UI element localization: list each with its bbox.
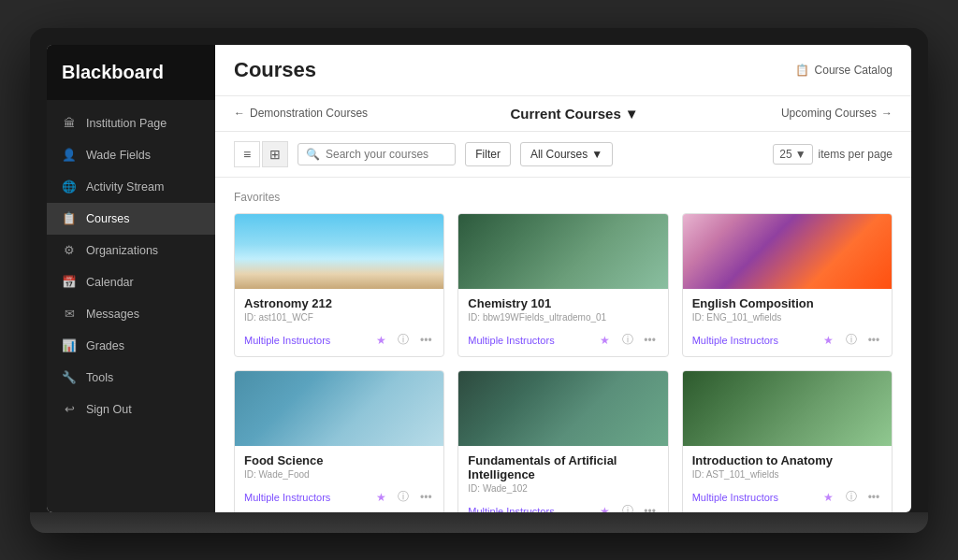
sidebar: Blackboard 🏛 Institution Page 👤 Wade Fie… [47, 45, 215, 512]
more-button[interactable]: ••• [642, 503, 659, 512]
instructors-link[interactable]: Multiple Instructors [244, 492, 330, 503]
messages-icon: ✉ [62, 307, 77, 322]
course-card-food[interactable]: Food Science ID: Wade_Food Multiple Inst… [234, 370, 444, 512]
star-button[interactable]: ★ [372, 332, 389, 349]
items-per-page-select[interactable]: 25 ▼ [773, 144, 812, 165]
instructors-link[interactable]: Multiple Instructors [692, 492, 778, 503]
favorites-section-label: Favorites [234, 191, 893, 204]
sidebar-nav: 🏛 Institution Page 👤 Wade Fields 🌐 Activ… [47, 100, 215, 512]
courses-nav-strip: ← Demonstration Courses Current Courses … [215, 96, 911, 132]
filter-button[interactable]: Filter [465, 142, 511, 166]
sidebar-item-signout[interactable]: ↩ Sign Out [47, 394, 215, 425]
chevron-down-small-icon: ▼ [591, 148, 602, 161]
course-name: English Composition [692, 296, 882, 310]
course-card-ai[interactable]: Fundamentals of Artificial Intelligence … [457, 370, 668, 512]
star-button[interactable]: ★ [597, 503, 614, 512]
items-per-page: 25 ▼ items per page [773, 144, 893, 165]
signout-icon: ↩ [62, 402, 77, 417]
sidebar-item-calendar[interactable]: 📅 Calendar [47, 266, 215, 298]
chevron-left-icon: ← [234, 107, 245, 120]
grades-icon: 📊 [62, 338, 77, 353]
course-card-astronomy[interactable]: Astronomy 212 ID: ast101_WCF Multiple In… [234, 213, 444, 357]
courses-scroll-area: Favorites Astronomy 212 ID: ast101_WCF M… [215, 178, 911, 512]
search-box: 🔍 [298, 143, 456, 165]
course-image-anatomy [683, 371, 892, 446]
list-view-button[interactable]: ≡ [234, 141, 260, 167]
course-id: ID: ast101_WCF [244, 312, 434, 323]
course-card-english[interactable]: English Composition ID: ENG_101_wfields … [682, 213, 893, 357]
more-button[interactable]: ••• [642, 332, 659, 349]
course-name: Introduction to Anatomy [692, 453, 882, 467]
laptop-bottom [30, 512, 928, 533]
catalog-icon: 📋 [795, 64, 809, 77]
courses-icon: 📋 [62, 211, 77, 226]
course-id: ID: AST_101_wfields [692, 469, 882, 480]
sidebar-item-courses[interactable]: 📋 Courses [47, 203, 215, 235]
sidebar-item-grades[interactable]: 📊 Grades [47, 330, 215, 362]
info-button[interactable]: ⓘ [843, 332, 860, 349]
course-name: Food Science [244, 453, 434, 467]
search-input[interactable] [326, 148, 447, 161]
laptop-frame: Blackboard 🏛 Institution Page 👤 Wade Fie… [30, 28, 928, 533]
chevron-down-icon: ▼ [795, 148, 806, 161]
next-courses-button[interactable]: Upcoming Courses → [781, 107, 893, 120]
star-button[interactable]: ★ [597, 332, 614, 349]
course-name: Chemistry 101 [468, 296, 658, 310]
page-title: Courses [234, 58, 316, 82]
more-button[interactable]: ••• [865, 332, 882, 349]
course-image-chemistry [458, 214, 667, 289]
grid-view-button[interactable]: ⊞ [262, 141, 288, 167]
course-image-ai [458, 371, 667, 446]
user-icon: 👤 [62, 148, 77, 163]
all-courses-dropdown[interactable]: All Courses ▼ [520, 142, 613, 166]
course-card-anatomy[interactable]: Introduction to Anatomy ID: AST_101_wfie… [682, 370, 893, 512]
main-content: Courses 📋 Course Catalog ← Demonstration… [215, 45, 911, 512]
course-name: Fundamentals of Artificial Intelligence [468, 453, 658, 481]
course-id: ID: Wade_102 [468, 483, 658, 494]
more-button[interactable]: ••• [865, 489, 882, 506]
calendar-icon: 📅 [62, 275, 77, 290]
org-icon: ⚙ [62, 243, 77, 258]
sidebar-item-institution[interactable]: 🏛 Institution Page [47, 108, 215, 139]
screen: Blackboard 🏛 Institution Page 👤 Wade Fie… [47, 45, 911, 512]
favorites-grid: Astronomy 212 ID: ast101_WCF Multiple In… [234, 213, 893, 512]
info-button[interactable]: ⓘ [619, 332, 636, 349]
search-icon: 🔍 [306, 148, 320, 161]
view-toggles: ≡ ⊞ [234, 141, 288, 167]
sidebar-item-activity[interactable]: 🌐 Activity Stream [47, 171, 215, 203]
course-id: ID: Wade_Food [244, 469, 434, 480]
course-id: ID: bbw19WFields_ultrademo_01 [468, 312, 658, 323]
tools-icon: 🔧 [62, 370, 77, 385]
info-button[interactable]: ⓘ [619, 503, 636, 512]
institution-icon: 🏛 [62, 116, 77, 131]
course-image-food [235, 371, 443, 446]
course-image-english [683, 214, 892, 289]
top-bar: Courses 📋 Course Catalog [215, 45, 911, 96]
sidebar-item-organizations[interactable]: ⚙ Organizations [47, 235, 215, 266]
app-logo: Blackboard [47, 45, 215, 100]
star-button[interactable]: ★ [820, 489, 837, 506]
more-button[interactable]: ••• [417, 489, 434, 506]
sidebar-item-messages[interactable]: ✉ Messages [47, 298, 215, 330]
course-image-astronomy [235, 214, 443, 289]
course-card-chemistry[interactable]: Chemistry 101 ID: bbw19WFields_ultrademo… [457, 213, 668, 357]
course-id: ID: ENG_101_wfields [692, 312, 882, 323]
info-button[interactable]: ⓘ [395, 332, 412, 349]
globe-icon: 🌐 [62, 179, 77, 194]
sidebar-item-tools[interactable]: 🔧 Tools [47, 362, 215, 394]
current-courses-dropdown[interactable]: Current Courses ▼ [510, 106, 638, 122]
more-button[interactable]: ••• [417, 332, 434, 349]
star-button[interactable]: ★ [820, 332, 837, 349]
info-button[interactable]: ⓘ [843, 489, 860, 506]
sidebar-item-wade[interactable]: 👤 Wade Fields [47, 139, 215, 171]
instructors-link[interactable]: Multiple Instructors [468, 506, 554, 512]
prev-courses-button[interactable]: ← Demonstration Courses [234, 107, 368, 120]
star-button[interactable]: ★ [372, 489, 389, 506]
course-catalog-button[interactable]: 📋 Course Catalog [795, 64, 893, 77]
instructors-link[interactable]: Multiple Instructors [692, 335, 778, 346]
chevron-down-icon: ▼ [625, 106, 639, 122]
instructors-link[interactable]: Multiple Instructors [468, 335, 554, 346]
info-button[interactable]: ⓘ [395, 489, 412, 506]
instructors-link[interactable]: Multiple Instructors [244, 335, 330, 346]
toolbar: ≡ ⊞ 🔍 Filter All Courses ▼ 25 ▼ [215, 132, 911, 178]
